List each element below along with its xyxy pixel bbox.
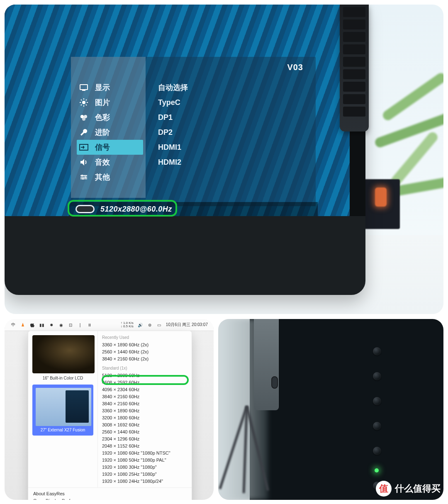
section-header-recent: Recently Used (102, 335, 187, 340)
smzdm-badge-icon: 值 (376, 481, 392, 497)
osd-item-other[interactable]: 其他 (77, 170, 143, 185)
menubar-clock[interactable]: 10月6日 周三 20:03:07 (166, 322, 208, 328)
svg-rect-1 (82, 90, 85, 91)
resolution-option[interactable]: 1920 × 1080 30Hz "1080p" (102, 464, 187, 471)
resolution-list-column: Recently Used 3360 × 1890 60Hz (2x)2560 … (98, 331, 192, 487)
osd-input-option[interactable]: HDMI2 (158, 155, 188, 170)
easyres-dropdown: 16" Built-in Color LCD 27" External X27 … (28, 331, 192, 500)
osd-physical-button[interactable] (373, 347, 381, 355)
macos-menubar: 中 ▮▮ ✹ ◉ ⊡ | ⏸ ↑ 1.0 K/s ↓ 0.5 K/s 🔊 ⊜ ▭… (5, 319, 214, 331)
osd-physical-button[interactable] (373, 422, 381, 430)
resolution-option[interactable]: 2560 × 1440 60Hz (2x) (102, 348, 187, 355)
osd-item-picture[interactable]: 图片 (77, 95, 143, 110)
power-led-indicator (375, 468, 379, 472)
volume-icon[interactable]: 🔊 (137, 322, 143, 328)
input-method-icon[interactable]: 中 (10, 322, 16, 328)
menubar-icon[interactable]: ⊜ (147, 322, 153, 328)
resolution-option[interactable]: 3200 × 1800 60Hz (102, 414, 187, 421)
osd-input-option[interactable]: HDMI1 (158, 140, 188, 155)
input-icon (79, 143, 88, 152)
resolution-option[interactable]: 2048 × 1152 60Hz (102, 443, 187, 450)
svg-rect-0 (80, 85, 88, 90)
menubar-icon[interactable]: ✹ (49, 322, 54, 328)
menubar-icon[interactable]: ▮▮ (39, 322, 45, 328)
resolution-option[interactable]: 3360 × 1890 60Hz (102, 407, 187, 414)
osd-item-color[interactable]: 色彩 (77, 110, 143, 125)
screen-light-bar (340, 5, 369, 131)
osd-physical-button[interactable] (373, 397, 381, 405)
resolution-option[interactable]: 4608 × 2592 60Hz (102, 379, 187, 386)
resolution-option[interactable]: 3008 × 1692 60Hz (102, 421, 187, 429)
easyres-footer-menu: About EasyRes Open Display Preferences… … (28, 487, 192, 500)
monitor-body: V03 显示 图片 色彩 进阶 (5, 5, 365, 295)
resolution-option[interactable]: 1920 × 1080 24Hz "1080p/24" (102, 478, 187, 485)
recent-resolutions-list: 3360 × 1890 60Hz (2x)2560 × 1440 60Hz (2… (102, 341, 187, 363)
resolution-option[interactable]: 2560 × 1440 60Hz (102, 429, 187, 436)
osd-item-label: 色彩 (95, 112, 110, 122)
osd-item-label: 其他 (95, 172, 110, 182)
osd-physical-button[interactable] (373, 447, 381, 455)
display-menu-icon[interactable]: ▭ (156, 322, 162, 328)
resolution-option[interactable]: 1920 × 1080 60Hz "1080p NTSC" (102, 450, 187, 457)
resolution-option[interactable]: 4096 × 2304 60Hz (102, 386, 187, 393)
osd-version: V03 (287, 63, 303, 72)
tripod (226, 406, 268, 493)
osd-item-label: 进阶 (95, 127, 110, 137)
osd-input-option[interactable]: TypeC (158, 95, 188, 110)
osd-submenu-inputs: 自动选择 TypeC DP1 DP2 HDMI1 HDMI2 (158, 80, 188, 170)
menu-item-open-display-prefs[interactable]: Open Display Preferences… (33, 497, 187, 500)
standard-resolutions-list: 5120 × 2880 60Hz4608 × 2592 60Hz4096 × 2… (102, 372, 187, 485)
osd-item-label: 音效 (95, 157, 110, 167)
osd-physical-button[interactable] (373, 372, 381, 380)
vlc-icon[interactable] (20, 322, 26, 328)
nixie-clock (363, 179, 400, 229)
osd-resolution-status: 5120x2880@60.0Hz (100, 205, 172, 214)
monitor-mount-bracket (254, 319, 279, 410)
resolution-option[interactable]: 3840 × 2160 60Hz (102, 400, 187, 407)
display-selector-column: 16" Built-in Color LCD 27" External X27 … (28, 331, 98, 487)
wrench-icon (79, 128, 88, 137)
menu-item-about[interactable]: About EasyRes (33, 490, 187, 497)
osd-input-option[interactable]: DP1 (158, 110, 188, 125)
misc-icon (79, 173, 88, 182)
resolution-option[interactable]: 1920 × 1080 50Hz "1080p PAL" (102, 457, 187, 464)
display-thumbnail-builtin[interactable] (32, 335, 95, 373)
menubar-icon[interactable]: ⏸ (87, 322, 93, 328)
usb-c-icon (75, 205, 95, 213)
smzdm-watermark: 值 什么值得买 (376, 481, 441, 497)
menubar-icon[interactable]: ◉ (58, 322, 64, 328)
top-photo-panel: V03 显示 图片 色彩 进阶 (5, 5, 443, 314)
svg-point-18 (81, 175, 83, 176)
osd-menu: V03 显示 图片 色彩 进阶 (71, 57, 316, 206)
resolution-option[interactable]: 5120 × 2880 60Hz (102, 372, 187, 379)
apple-icon[interactable] (29, 322, 35, 328)
menubar-icon[interactable]: ⊡ (68, 322, 73, 328)
osd-main-menu: 显示 图片 色彩 进阶 信号 (77, 80, 143, 185)
osd-footer: 5120x2880@60.0Hz (69, 202, 318, 216)
display-thumbnail-external-selected[interactable]: 27" External X27 Fusion (32, 385, 93, 436)
smzdm-text: 什么值得买 (395, 482, 441, 495)
display-icon (79, 83, 88, 92)
resolution-option[interactable]: 1920 × 1080 25Hz "1080p" (102, 471, 187, 478)
osd-item-advanced[interactable]: 进阶 (77, 125, 143, 140)
svg-line-7 (81, 100, 82, 100)
osd-item-display[interactable]: 显示 (77, 80, 143, 95)
osd-input-option[interactable]: DP2 (158, 125, 188, 140)
osd-input-option[interactable]: 自动选择 (158, 80, 188, 95)
osd-item-signal[interactable]: 信号 (77, 140, 143, 155)
resolution-option[interactable]: 3840 × 2160 60Hz (2x) (102, 355, 187, 363)
svg-point-13 (82, 117, 85, 121)
color-icon (79, 113, 88, 122)
network-speed: ↑ 1.0 K/s ↓ 0.5 K/s (121, 321, 134, 328)
menubar-icon[interactable]: | (77, 322, 83, 328)
resolution-option[interactable]: 3840 × 2160 60Hz (102, 393, 187, 400)
usb-c-port (271, 376, 278, 389)
bottom-right-panel (218, 319, 443, 500)
osd-item-label: 显示 (95, 83, 110, 93)
svg-point-2 (82, 101, 85, 104)
osd-item-label: 图片 (95, 97, 110, 107)
resolution-option[interactable]: 2304 × 1296 60Hz (102, 436, 187, 443)
brightness-icon (79, 98, 88, 107)
osd-item-audio[interactable]: 音效 (77, 155, 143, 170)
resolution-option[interactable]: 3360 × 1890 60Hz (2x) (102, 341, 187, 348)
